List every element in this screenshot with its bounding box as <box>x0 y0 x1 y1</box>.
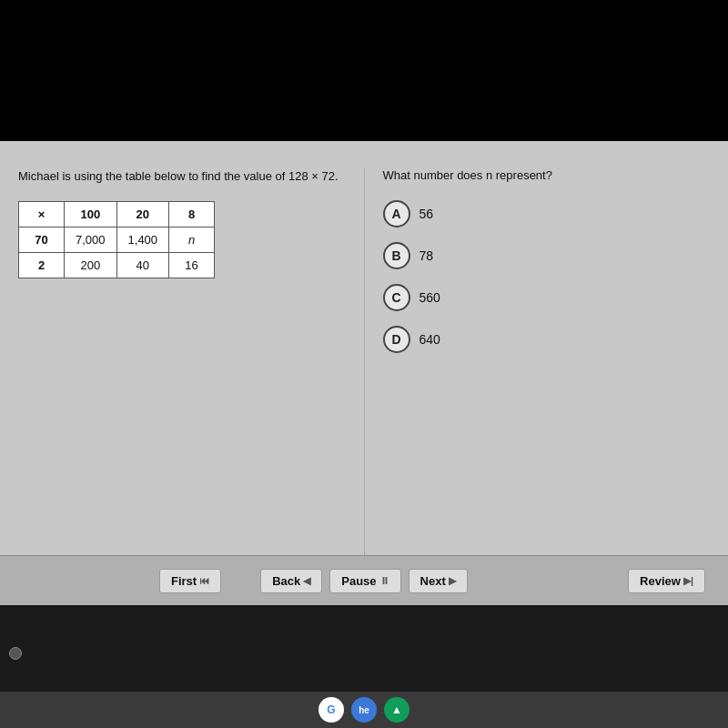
table-cell-70: 70 <box>19 228 65 253</box>
choice-d-circle: D <box>383 326 410 353</box>
right-panel: What number does n represent? A 56 B 78 … <box>364 168 711 587</box>
content-area: Michael is using the table below to find… <box>0 141 728 605</box>
choice-c[interactable]: C 560 <box>383 284 711 311</box>
choice-c-circle: C <box>383 284 410 311</box>
table-cell-16: 16 <box>169 253 215 278</box>
review-icon: ▶| <box>683 575 693 587</box>
table-header-8: 8 <box>169 202 215 228</box>
pause-icon: ⏸ <box>379 575 389 586</box>
review-button[interactable]: Review ▶| <box>628 569 705 593</box>
right-question-text: What number does n represent? <box>383 168 711 182</box>
taskbar-drive-icon[interactable]: ▲ <box>384 697 410 723</box>
next-button[interactable]: Next ▶ <box>409 569 468 593</box>
back-button[interactable]: Back ◀ <box>260 569 322 593</box>
table-cell-n: n <box>169 228 215 253</box>
left-panel: Michael is using the table below to find… <box>18 168 364 587</box>
review-label: Review <box>640 574 681 588</box>
choice-d[interactable]: D 640 <box>383 326 711 353</box>
main-content: Michael is using the table below to find… <box>0 141 728 605</box>
screen-content: Michael is using the table below to find… <box>0 141 728 605</box>
choice-a-text: 56 <box>420 207 434 221</box>
table-row-2: 2 200 40 16 <box>19 253 215 278</box>
table-header-x: × <box>19 202 65 228</box>
toolbar: First ⏮ Back ◀ Pause ⏸ Next ▶ Review ▶| <box>0 555 728 605</box>
taskbar: G he ▲ <box>0 692 728 728</box>
table-cell-200: 200 <box>65 253 117 278</box>
answer-choices: A 56 B 78 C 560 D 640 <box>383 200 711 353</box>
choice-a[interactable]: A 56 <box>383 200 711 228</box>
table-cell-40: 40 <box>116 253 169 278</box>
table-header-row: × 100 20 8 <box>19 202 215 228</box>
circle-indicator <box>9 647 22 660</box>
choice-b-text: 78 <box>420 248 434 263</box>
choice-d-text: 640 <box>420 332 440 347</box>
pause-button[interactable]: Pause ⏸ <box>329 569 400 593</box>
first-icon: ⏮ <box>199 575 209 586</box>
choice-b-circle: B <box>383 242 410 269</box>
first-button[interactable]: First ⏮ <box>159 569 221 593</box>
back-icon: ◀ <box>303 575 310 587</box>
first-label: First <box>171 574 197 588</box>
taskbar-google-icon[interactable]: G <box>318 697 344 723</box>
choice-c-text: 560 <box>420 290 440 305</box>
table-row-70: 70 7,000 1,400 n <box>19 228 215 253</box>
taskbar-he-icon[interactable]: he <box>351 697 377 723</box>
table-header-20: 20 <box>116 202 169 228</box>
choice-a-circle: A <box>383 200 410 228</box>
table-header-100: 100 <box>65 202 117 228</box>
table-cell-1400: 1,400 <box>116 228 169 253</box>
left-question-text: Michael is using the table below to find… <box>18 168 346 185</box>
table-cell-7000: 7,000 <box>65 228 117 253</box>
back-label: Back <box>272 574 300 588</box>
table-cell-2: 2 <box>19 253 65 278</box>
black-top-bar <box>0 0 728 141</box>
pause-label: Pause <box>341 574 376 588</box>
next-icon: ▶ <box>449 575 456 587</box>
multiplication-table: × 100 20 8 70 7,000 1,400 n 2 <box>18 201 215 278</box>
next-label: Next <box>420 574 446 588</box>
choice-b[interactable]: B 78 <box>383 242 711 269</box>
